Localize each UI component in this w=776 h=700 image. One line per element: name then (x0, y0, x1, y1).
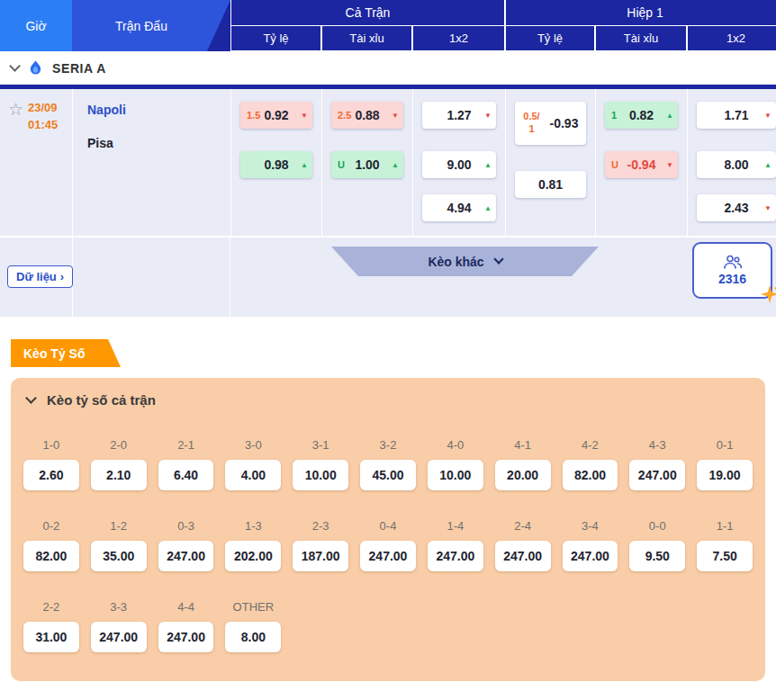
score-odds-button[interactable]: 4.00 (225, 460, 281, 490)
score-odds-button[interactable]: 247.00 (563, 541, 618, 571)
chevron-down-icon (493, 254, 503, 264)
half-overunder-odds-over[interactable]: 1 0.82 ▲ (605, 102, 678, 129)
full-overunder-odds-over[interactable]: 2.5 0.88 ▼ (331, 102, 403, 129)
half-1x2-home-odds[interactable]: 1.71 ▼ (697, 102, 776, 129)
score-odds-item: 0-4247.00 (360, 519, 416, 571)
odds-value: -0.93 (548, 116, 581, 131)
score-odds-button[interactable]: 82.00 (23, 541, 79, 571)
match-teams-cell[interactable]: Napoli Pisa (72, 89, 230, 236)
score-odds-item: 4-4247.00 (158, 600, 214, 652)
score-odds-button[interactable]: 8.00 (225, 622, 281, 652)
score-odds-button[interactable]: 2.10 (91, 460, 147, 490)
score-odds-button[interactable]: 247.00 (428, 541, 483, 571)
score-label: 3-0 (225, 438, 281, 452)
score-odds-button[interactable]: 247.00 (158, 622, 214, 652)
header-half-1x2: 1x2 (687, 26, 776, 51)
score-odds-button[interactable]: 247.00 (629, 460, 685, 490)
half-1x2-col: 1.71 ▼ 8.00 ▲ 2.43 ▼ (687, 89, 776, 236)
chevron-down-icon[interactable] (9, 60, 21, 72)
half-1x2-draw-odds[interactable]: 8.00 ▲ (697, 151, 776, 178)
viewers-box[interactable]: 2316 (692, 242, 772, 299)
full-handicap-odds-1[interactable]: 1.5 0.92 ▼ (240, 102, 312, 129)
header-full-handicap: Tỷ lệ (230, 26, 321, 51)
viewers-count: 2316 (718, 272, 746, 286)
half-overunder-odds-under[interactable]: U -0.94 ▼ (605, 151, 678, 178)
score-odds-button[interactable]: 19.00 (697, 460, 753, 490)
score-odds-button[interactable]: 247.00 (360, 541, 416, 571)
score-label: 0-1 (697, 438, 753, 452)
score-label: 3-2 (360, 438, 416, 452)
score-label: 3-1 (293, 438, 348, 452)
odds-value: 0.88 (355, 108, 379, 122)
score-odds-button[interactable]: 2.60 (23, 460, 79, 490)
header-full-match-group: Cả Trận (230, 0, 505, 26)
score-odds-button[interactable]: 10.00 (293, 460, 348, 490)
score-odds-item: 3-3247.00 (91, 600, 147, 652)
half-handicap-odds-2[interactable]: 0.81 (515, 171, 586, 198)
tab-score-odds[interactable]: Kèo Tỷ Số (11, 339, 121, 367)
score-label: 1-1 (697, 519, 753, 533)
trend-up-icon: ▲ (666, 112, 673, 120)
full-overunder-col: 2.5 0.88 ▼ U 1.00 ▲ (321, 89, 412, 236)
score-label: 2-1 (158, 438, 214, 452)
score-odds-item: 2-16.40 (158, 438, 214, 490)
header-time-col: Giờ (0, 0, 72, 51)
score-label: 1-2 (91, 519, 147, 533)
score-odds-item: 4-010.00 (428, 438, 483, 490)
trend-down-icon: ▼ (666, 161, 673, 169)
score-odds-button[interactable]: 247.00 (158, 541, 214, 571)
trend-down-icon: ▼ (484, 112, 492, 120)
full-1x2-away-odds[interactable]: 4.94 ▲ (422, 194, 496, 221)
score-odds-button[interactable]: 82.00 (563, 460, 618, 490)
chevron-right-icon: › (60, 270, 64, 283)
league-name: SERIA A (52, 61, 106, 76)
favorite-star-icon[interactable]: ☆ (8, 101, 23, 236)
odds-value: 0.98 (264, 157, 288, 172)
score-label: 1-3 (225, 519, 281, 533)
trend-down-icon: ▼ (764, 112, 771, 120)
data-button[interactable]: Dữ liệu › (7, 265, 73, 288)
overunder-line: U (611, 159, 618, 170)
league-header[interactable]: SERIA A (0, 51, 776, 85)
score-odds-button[interactable]: 20.00 (495, 460, 551, 490)
score-label: 0-0 (629, 519, 685, 533)
score-panel-header[interactable]: Kèo tỷ số cả trận (11, 378, 765, 408)
full-handicap-odds-2[interactable]: 0.98 ▲ (240, 151, 312, 178)
chevron-down-icon (25, 392, 37, 404)
score-odds-button[interactable]: 6.40 (158, 460, 214, 490)
score-odds-item: 1-3202.00 (225, 519, 281, 571)
score-odds-item: 3-245.00 (360, 438, 416, 490)
score-odds-button[interactable]: 45.00 (360, 460, 416, 490)
score-odds-button[interactable]: 31.00 (23, 622, 79, 652)
score-odds-button[interactable]: 202.00 (225, 541, 281, 571)
header-match-col: Trận Đấu (72, 0, 230, 51)
score-odds-item: 2-231.00 (23, 600, 79, 652)
score-label: 4-2 (563, 438, 618, 452)
score-odds-button[interactable]: 9.50 (629, 541, 685, 571)
score-label: 2-2 (23, 600, 79, 614)
score-odds-grid: 1-02.60 2-02.10 2-16.40 3-04.00 3-110.00… (11, 408, 765, 652)
score-odds-panel: Kèo tỷ số cả trận 1-02.60 2-02.10 2-16.4… (11, 378, 765, 681)
half-1x2-away-odds[interactable]: 2.43 ▼ (697, 194, 776, 221)
score-odds-button[interactable]: 247.00 (91, 622, 147, 652)
match-time: 01:45 (28, 118, 58, 131)
score-label: 1-4 (428, 519, 483, 533)
header-half-overunder: Tài xỉu (595, 26, 687, 51)
odds-value: 4.94 (447, 201, 471, 215)
score-odds-button[interactable]: 247.00 (495, 541, 551, 571)
full-1x2-home-odds[interactable]: 1.27 ▼ (422, 102, 496, 129)
away-team-name: Pisa (87, 136, 230, 150)
score-odds-button[interactable]: 7.50 (697, 541, 753, 571)
score-odds-item: 1-17.50 (697, 519, 753, 571)
score-label: 2-4 (495, 519, 551, 533)
trend-up-icon: ▲ (484, 161, 492, 169)
score-odds-button[interactable]: 35.00 (91, 541, 147, 571)
full-overunder-odds-under[interactable]: U 1.00 ▲ (331, 151, 403, 178)
odds-value: 8.00 (724, 157, 748, 172)
odds-value: 0.92 (264, 108, 288, 122)
score-odds-button[interactable]: 187.00 (293, 541, 348, 571)
score-odds-button[interactable]: 10.00 (428, 460, 483, 490)
full-1x2-draw-odds[interactable]: 9.00 ▲ (422, 151, 496, 178)
half-handicap-odds-1[interactable]: 0.5/1 -0.93 (515, 102, 586, 145)
more-odds-button[interactable]: Kèo khác (331, 247, 599, 276)
